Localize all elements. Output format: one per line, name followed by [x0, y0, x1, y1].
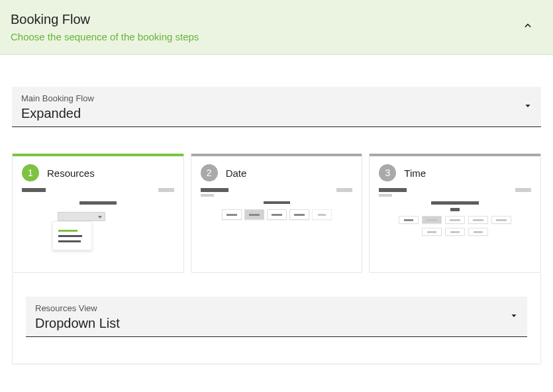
booking-steps-row: 1 Resources 2 Date	[0, 127, 553, 273]
date-illustration	[201, 188, 353, 261]
caret-down-icon	[524, 101, 532, 113]
step-number-badge: 2	[201, 164, 218, 181]
svg-marker-1	[512, 315, 517, 317]
step-card-date[interactable]: 2 Date	[191, 154, 363, 273]
step-settings-panel: Resources View Dropdown List	[12, 273, 541, 364]
section-subtitle: Choose the sequence of the booking steps	[11, 31, 515, 42]
chevron-up-icon	[523, 21, 532, 33]
step-card-time[interactable]: 3 Time	[369, 154, 541, 273]
caret-down-icon	[510, 311, 518, 322]
resources-view-select[interactable]: Resources View Dropdown List	[26, 297, 527, 337]
collapse-section-button[interactable]	[515, 14, 541, 40]
time-illustration	[379, 188, 531, 261]
step-title: Time	[404, 168, 426, 179]
step-number-badge: 3	[379, 164, 396, 181]
step-card-resources[interactable]: 1 Resources	[12, 154, 184, 273]
step-number-badge: 1	[22, 164, 39, 181]
section-title: Booking Flow	[11, 12, 515, 27]
resources-illustration	[22, 188, 174, 261]
section-header[interactable]: Booking Flow Choose the sequence of the …	[0, 0, 553, 55]
main-booking-flow-select[interactable]: Main Booking Flow Expanded	[12, 87, 541, 127]
select-label: Main Booking Flow	[21, 93, 532, 103]
step-title: Resources	[47, 168, 95, 179]
select-label: Resources View	[35, 303, 518, 313]
select-value: Expanded	[21, 106, 532, 121]
section-header-text: Booking Flow Choose the sequence of the …	[11, 12, 515, 42]
select-value: Dropdown List	[35, 316, 518, 331]
svg-marker-0	[526, 105, 530, 107]
step-title: Date	[226, 168, 247, 179]
